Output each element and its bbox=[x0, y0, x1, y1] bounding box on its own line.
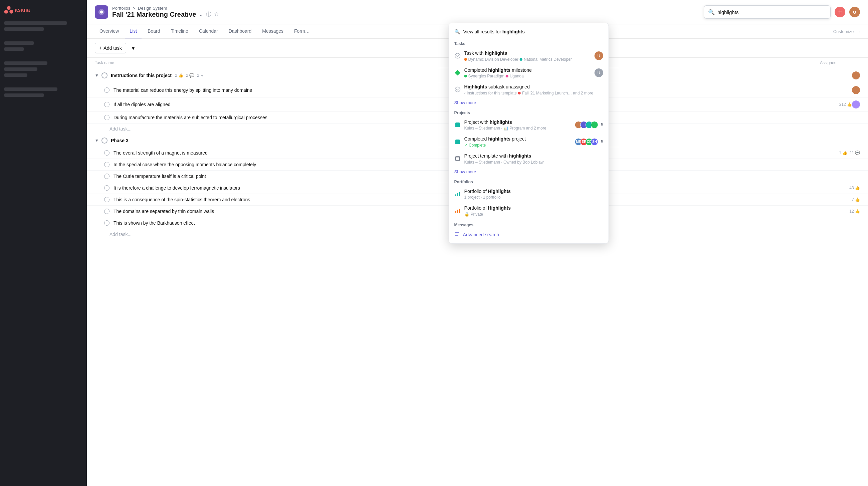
task-sub3-text2: Fall '21 Marketing Launch… and 2 more bbox=[522, 91, 593, 95]
dropdown-task-1[interactable]: Task with highlights Dynamic Division De… bbox=[449, 47, 609, 64]
project-right-1: 5 bbox=[575, 121, 603, 129]
sidebar-placeholder-2 bbox=[4, 27, 44, 31]
task-avatar bbox=[852, 100, 860, 108]
tag-dot-teal bbox=[520, 58, 523, 61]
user-avatar[interactable]: U bbox=[849, 7, 860, 18]
task-check bbox=[104, 173, 110, 179]
search-input[interactable] bbox=[717, 9, 826, 15]
task-right-1: U bbox=[595, 52, 603, 60]
tag-dot-red bbox=[518, 92, 521, 94]
dropdown-portfolio-1[interactable]: Portfolio of Highlights 1 project · 1 po… bbox=[449, 186, 609, 203]
sidebar: asana ≡ bbox=[0, 0, 87, 486]
search-dropdown: 🔍 View all results for highlights Tasks … bbox=[449, 23, 609, 244]
portfolios-section-label: Portfolios bbox=[449, 176, 609, 186]
section-check-instructions bbox=[101, 72, 107, 78]
task-sub3-text1: ‹ Instructions for this template bbox=[464, 91, 517, 95]
task-meta: 212 👍 bbox=[839, 102, 852, 107]
tab-messages[interactable]: Messages bbox=[257, 24, 288, 38]
project-content-2: Completed highlights project ✓ Complete bbox=[464, 136, 571, 148]
search-icon: 🔍 bbox=[708, 9, 715, 15]
title-icons: ⓘ ☆ bbox=[206, 11, 219, 18]
project-sub1-text: Kulas – Stiedemann · 📊 Program and 2 mor… bbox=[464, 126, 547, 131]
task-title-2: Completed highlights milestone bbox=[464, 67, 591, 74]
portfolio-sub-1: 1 project · 1 portfolio bbox=[464, 195, 603, 200]
tab-timeline[interactable]: Timeline bbox=[166, 24, 193, 38]
portfolio-private-text: Private bbox=[471, 212, 483, 217]
tab-overview[interactable]: Overview bbox=[95, 24, 124, 38]
task-content-1: Task with highlights Dynamic Division De… bbox=[464, 50, 591, 62]
sidebar-placeholder-4 bbox=[4, 47, 24, 51]
portfolio-content-1: Portfolio of Highlights 1 project · 1 po… bbox=[464, 188, 603, 200]
search-bar[interactable]: 🔍 bbox=[704, 5, 831, 19]
dropdown-task-2[interactable]: Completed highlights milestone Synergies… bbox=[449, 64, 609, 82]
tab-board[interactable]: Board bbox=[143, 24, 164, 38]
project-title-row: Fall '21 Marketing Creative ⌄ ⓘ ☆ bbox=[112, 11, 219, 19]
customize-button[interactable]: Customize bbox=[833, 29, 854, 34]
portfolio-content-2: Portfolio of Highlights 🔒 Private bbox=[464, 205, 603, 217]
project-title-1: Project with highlights bbox=[464, 119, 571, 126]
section-title-phase3: Phase 3 bbox=[111, 138, 128, 143]
star-icon[interactable]: ☆ bbox=[214, 11, 219, 18]
plus-icon: + bbox=[99, 45, 102, 51]
svg-point-2 bbox=[9, 10, 13, 13]
show-more-projects[interactable]: Show more bbox=[449, 167, 609, 176]
advanced-search-item[interactable]: Advanced search bbox=[449, 229, 609, 241]
breadcrumb-design-system[interactable]: Design System bbox=[138, 6, 167, 11]
project-icon bbox=[95, 5, 108, 19]
add-button[interactable]: + bbox=[835, 7, 845, 18]
add-task-chevron[interactable]: ▾ bbox=[129, 43, 137, 54]
project-sub3-text: Kulas – Stiedemann · Owned by Bob Loblaw bbox=[464, 160, 544, 165]
dropdown-project-3[interactable]: Project template with highlights Kulas –… bbox=[449, 150, 609, 167]
sidebar-logo: asana ≡ bbox=[4, 5, 83, 15]
tab-calendar[interactable]: Calendar bbox=[194, 24, 223, 38]
breadcrumb-sep: > bbox=[133, 6, 135, 11]
project-icon-2 bbox=[454, 138, 461, 145]
tag-dot-orange bbox=[464, 58, 467, 61]
view-all-results[interactable]: 🔍 View all results for highlights bbox=[449, 26, 609, 38]
breadcrumb-portfolios[interactable]: Portfolios bbox=[112, 6, 130, 11]
dropdown-task-3[interactable]: Highlights subtask unassigned ‹ Instruct… bbox=[449, 81, 609, 98]
task-avatar bbox=[852, 86, 860, 94]
sidebar-placeholder-9 bbox=[4, 94, 44, 97]
tab-forms[interactable]: Form… bbox=[289, 24, 314, 38]
advanced-search-icon bbox=[454, 231, 460, 238]
info-icon[interactable]: ⓘ bbox=[206, 11, 211, 18]
sidebar-toggle-button[interactable]: ≡ bbox=[80, 7, 83, 13]
task-check-icon-3 bbox=[454, 86, 461, 93]
section-meta-instructions: 2 👍 2 💬 2 ⤷ bbox=[175, 73, 204, 78]
dropdown-portfolio-2[interactable]: Portfolio of Highlights 🔒 Private bbox=[449, 202, 609, 219]
tag-dot-pink bbox=[506, 75, 508, 77]
svg-rect-6 bbox=[455, 70, 460, 75]
tab-dashboard[interactable]: Dashboard bbox=[224, 24, 256, 38]
dropdown-project-1[interactable]: Project with highlights Kulas – Stiedema… bbox=[449, 117, 609, 133]
task-meta: 43 👍 bbox=[849, 186, 860, 190]
sidebar-nav bbox=[4, 21, 83, 97]
asana-wordmark: asana bbox=[15, 7, 30, 13]
complete-badge: ✓ Complete bbox=[464, 143, 486, 148]
svg-rect-15 bbox=[457, 210, 458, 213]
task-content-2: Completed highlights milestone Synergies… bbox=[464, 67, 591, 79]
section-check-phase3 bbox=[101, 137, 107, 143]
add-task-button[interactable]: + Add task bbox=[95, 43, 126, 54]
project-icon-1 bbox=[454, 122, 461, 128]
more-actions-button[interactable]: ··· bbox=[856, 29, 860, 34]
project-right-2: MB EF CD SH 5 bbox=[575, 138, 603, 145]
project-title-chevron[interactable]: ⌄ bbox=[199, 11, 203, 18]
show-more-tasks[interactable]: Show more bbox=[449, 98, 609, 107]
task-check bbox=[104, 102, 110, 107]
task-diamond-icon bbox=[454, 69, 461, 76]
svg-rect-12 bbox=[457, 193, 458, 196]
svg-rect-8 bbox=[456, 157, 460, 161]
tab-list[interactable]: List bbox=[125, 24, 142, 38]
task-meta: 7 👍 bbox=[851, 197, 860, 202]
svg-point-1 bbox=[4, 10, 8, 13]
header-right: 🔍 + U bbox=[704, 5, 860, 19]
sidebar-placeholder-8 bbox=[4, 88, 57, 91]
task-check-icon-1 bbox=[454, 53, 461, 59]
breadcrumb: Portfolios > Design System bbox=[112, 6, 219, 11]
sidebar-placeholder-6 bbox=[4, 67, 37, 71]
meta-likes: 212 👍 bbox=[839, 102, 852, 107]
task-check bbox=[104, 197, 110, 202]
dropdown-project-2[interactable]: Completed highlights project ✓ Complete … bbox=[449, 133, 609, 150]
task-check bbox=[104, 115, 110, 120]
